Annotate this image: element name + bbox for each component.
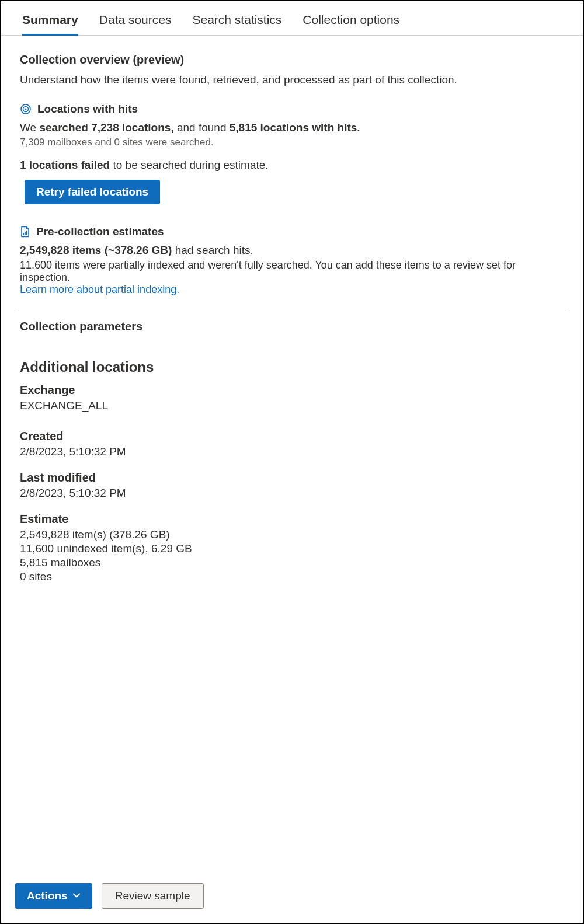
locations-failed-line: 1 locations failed to be searched during… [20, 159, 564, 172]
tab-collection-options[interactable]: Collection options [303, 13, 399, 35]
retry-failed-locations-button[interactable]: Retry failed locations [25, 180, 160, 204]
last-modified-value: 2/8/2023, 5:10:32 PM [20, 487, 564, 500]
section-divider [15, 309, 569, 309]
estimate-label: Estimate [20, 512, 564, 526]
svg-rect-4 [25, 232, 26, 235]
estimate-mailboxes: 5,815 mailboxes [20, 556, 564, 569]
estimate-unindexed: 11,600 unindexed item(s), 6.29 GB [20, 542, 564, 555]
tab-summary[interactable]: Summary [22, 13, 78, 35]
precollection-hits-line: 2,549,828 items (~378.26 GB) had search … [20, 244, 564, 257]
document-chart-icon [20, 226, 30, 238]
precollection-heading: Pre-collection estimates [36, 225, 164, 238]
locations-found-mid: and found [174, 121, 230, 134]
estimate-sites: 0 sites [20, 570, 564, 583]
locations-mailboxes-sites: 7,309 mailboxes and 0 sites were searche… [20, 137, 564, 148]
tab-search-statistics[interactable]: Search statistics [192, 13, 281, 35]
main-content: Collection overview (preview) Understand… [1, 36, 583, 883]
actions-button-label: Actions [27, 890, 68, 902]
exchange-label: Exchange [20, 383, 564, 397]
exchange-value: EXCHANGE_ALL [20, 399, 564, 412]
precollection-hits-bold: 2,549,828 items (~378.26 GB) [20, 244, 172, 256]
actions-button[interactable]: Actions [15, 883, 92, 909]
last-modified-label: Last modified [20, 471, 564, 484]
learn-more-partial-indexing-link[interactable]: Learn more about partial indexing. [20, 284, 179, 295]
footer-bar: Actions Review sample [1, 883, 583, 923]
svg-rect-3 [23, 233, 25, 235]
additional-locations-heading: Additional locations [20, 359, 564, 375]
collection-overview-description: Understand how the items were found, ret… [20, 74, 564, 86]
locations-heading: Locations with hits [37, 103, 138, 116]
created-label: Created [20, 430, 564, 443]
chevron-down-icon [72, 890, 81, 902]
locations-failed-bold: 1 locations failed [20, 159, 110, 171]
precollection-partial-note: 11,600 items were partially indexed and … [20, 259, 564, 284]
created-value: 2/8/2023, 5:10:32 PM [20, 445, 564, 458]
review-sample-label: Review sample [115, 890, 190, 902]
tab-data-sources[interactable]: Data sources [99, 13, 172, 35]
precollection-hits-rest: had search hits. [172, 244, 253, 256]
retry-failed-locations-label: Retry failed locations [36, 186, 148, 198]
locations-searched-bold: searched 7,238 locations, [39, 121, 173, 134]
estimate-items: 2,549,828 item(s) (378.26 GB) [20, 528, 564, 541]
locations-found-bold: 5,815 locations with hits. [230, 121, 360, 134]
locations-failed-rest: to be searched during estimate. [110, 159, 268, 171]
target-icon [20, 103, 32, 115]
estimate-values: 2,549,828 item(s) (378.26 GB) 11,600 uni… [20, 528, 564, 583]
svg-rect-5 [26, 231, 27, 235]
locations-heading-row: Locations with hits [20, 103, 564, 116]
svg-point-2 [25, 108, 26, 110]
locations-searched-line: We searched 7,238 locations, and found 5… [20, 121, 564, 134]
locations-searched-prefix: We [20, 121, 39, 134]
review-sample-button[interactable]: Review sample [102, 883, 204, 909]
collection-overview-title: Collection overview (preview) [20, 53, 564, 67]
precollection-heading-row: Pre-collection estimates [20, 225, 564, 238]
tab-bar: Summary Data sources Search statistics C… [1, 1, 583, 36]
collection-parameters-title: Collection parameters [20, 320, 564, 333]
